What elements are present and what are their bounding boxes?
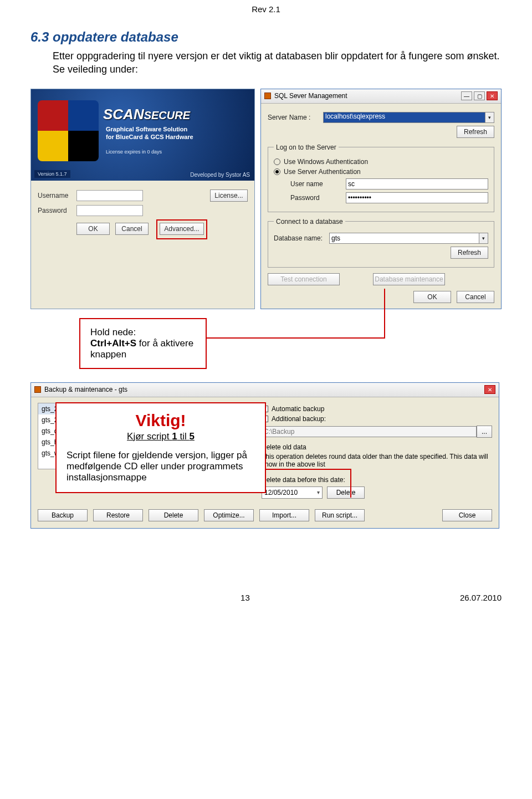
advanced-button[interactable]: Advanced... [160,223,204,235]
sql-ok-button[interactable]: OK [413,291,451,303]
puzzle-red [38,100,68,131]
delete-old-desc: This operation deletes round data older … [262,453,492,468]
delete-old-title: Delete old data [262,443,492,451]
page-number: 13 [241,593,250,602]
password-label: Password [38,207,76,214]
ok-button[interactable]: OK [76,223,110,235]
minimize-button[interactable]: — [461,91,472,100]
refresh-db-button[interactable]: Refresh [451,247,488,259]
sql-password-label: Password [290,194,346,202]
delete-date-value: 12/05/2010 [264,489,317,496]
app-icon [34,386,41,393]
close-backup-button[interactable]: Close [442,509,492,521]
run-script-button[interactable]: Run script... [315,509,365,521]
screenshots-row: SCANSECURE Graphical Software Solution f… [30,89,502,309]
backup-title: Backup & maintenance - gts [44,386,127,393]
auth-windows-label: Use Windows Authentication [284,158,368,166]
server-name-input[interactable]: localhost\sqlexpress [323,112,485,123]
close-button[interactable]: ✕ [487,91,498,100]
sql-titlebar: SQL Sever Management — ▢ ✕ [261,89,501,104]
callout2-body: Script filene for gjeldende versjon, lig… [66,450,255,483]
splash-title: SCANSECURE [103,106,190,123]
backup-close-button[interactable]: ✕ [484,385,495,394]
splash-sub1: Graphical Software Solution [106,125,193,133]
refresh-server-button[interactable]: Refresh [457,126,494,138]
splash-subtitle: Graphical Software Solution for BlueCard… [106,125,193,141]
splash-license: License expires in 0 days [106,149,162,155]
page-date: 26.07.2010 [460,593,502,602]
logon-fieldset: Log on to the Server Use Windows Authent… [268,144,494,212]
sql-cancel-button[interactable]: Cancel [457,291,494,303]
server-dropdown[interactable]: ▾ [485,112,494,123]
c2-sub-b: 1 [172,431,177,442]
browse-button[interactable]: ... [477,426,492,438]
db-legend: Connect to a database [274,218,345,226]
login-form: Username License... Password OK Cancel A… [31,181,254,242]
delete-data-button[interactable]: Delete [327,486,365,499]
c2-sub-c: til [177,431,190,442]
puzzle-yellow [38,131,68,161]
delete-date-input[interactable]: 12/05/2010▾ [262,486,323,499]
app-icon [264,93,271,99]
c2-sub-a: Kjør script [127,431,172,442]
splash-developer: Developed by Systor AS [190,172,250,178]
sql-window: SQL Sever Management — ▢ ✕ Server Name :… [260,89,502,309]
splash-sub2: for BlueCard & GCS Hardware [106,133,193,141]
backup-button[interactable]: Backup [38,509,88,521]
username-label: Username [38,192,76,199]
delete-file-button[interactable]: Delete [149,509,198,521]
additional-backup-label: Additional backup: [272,415,326,423]
backup-path-input[interactable] [262,426,477,437]
db-name-input[interactable] [329,233,479,244]
splash-version: Version 5.1.7 [34,170,70,178]
auth-server-label: Use Server Authentication [284,168,361,176]
user-label: User name [290,180,346,188]
cancel-button[interactable]: Cancel [115,223,149,235]
callout-hold: Hold nede: Ctrl+Alt+S for å aktivere kna… [30,318,502,379]
backup-titlebar: Backup & maintenance - gts ✕ [31,383,499,397]
server-label: Server Name : [268,114,323,121]
db-fieldset: Connect to a database Database name:▾ Re… [268,218,494,268]
user-input[interactable] [346,178,488,189]
restore-button[interactable]: Restore [93,509,143,521]
db-dropdown[interactable]: ▾ [479,233,488,244]
splash-title-b: SECURE [144,109,190,121]
callout1-line1: Hold nede: [90,327,196,338]
callout2-title: Viktig! [66,411,255,430]
maximize-button[interactable]: ▢ [474,91,485,100]
db-label: Database name: [274,234,329,242]
license-button[interactable]: License... [210,189,248,202]
c2-sub-d: 5 [189,431,194,442]
auth-windows-radio[interactable]: Use Windows Authentication [274,158,488,166]
logon-legend: Log on to the Server [274,144,339,151]
puzzle-black [68,131,99,161]
login-window: SCANSECURE Graphical Software Solution f… [30,89,255,309]
callout2-connector [266,469,350,470]
sql-password-input[interactable] [346,192,488,203]
auth-server-radio[interactable]: Use Server Authentication [274,168,488,176]
header-rev: Rev 2.1 [30,4,502,14]
puzzle-blue [68,100,99,131]
test-connection-button[interactable]: Test connection [268,273,340,285]
splash-title-a: SCAN [103,106,144,122]
auto-backup-checkbox[interactable]: ✓Automatic backup [262,405,492,413]
import-button[interactable]: Import... [259,509,309,521]
sql-title: SQL Sever Management [274,92,347,100]
password-input[interactable] [76,205,143,216]
backup-toolbar: Backup Restore Delete Optimize... Import… [31,506,499,528]
delete-date-label: Delete data before this date: [262,476,492,484]
username-input[interactable] [76,190,143,201]
auto-backup-label: Automatic backup [272,405,324,413]
optimize-button[interactable]: Optimize... [204,509,254,521]
login-splash: SCANSECURE Graphical Software Solution f… [31,89,254,181]
page-footer: 13 26.07.2010 [30,593,502,613]
section-title: 6.3 oppdatere database [30,29,502,45]
db-maintenance-button[interactable]: Database maintenance [373,273,445,285]
section-body: Etter oppgradering til nyere versjon er … [53,49,502,76]
calendar-icon[interactable]: ▾ [317,489,320,495]
callout-important: Viktig! Kjør script 1 til 5 Script filen… [55,402,266,493]
callout1-shortcut: Ctrl+Alt+S [90,338,136,349]
callout1-connector [207,337,384,339]
additional-backup-checkbox[interactable]: Additional backup: [262,415,492,423]
puzzle-logo [38,100,99,161]
